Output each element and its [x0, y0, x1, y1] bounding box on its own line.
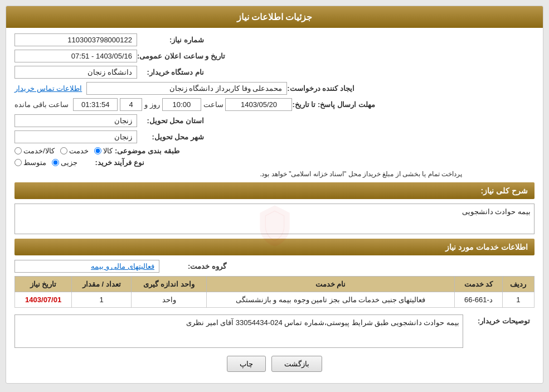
category-row: طبقه بندی موضوعی: کالا/خدمت خدمت کالا	[14, 147, 535, 155]
creator-label: ایجاد کننده درخواست:	[287, 84, 354, 93]
col-unit: واحد اندازه گیری	[132, 277, 207, 292]
table-cell: 1403/07/01	[15, 292, 72, 308]
contact-link[interactable]: اطلاعات تماس خریدار	[14, 84, 82, 93]
announcement-row: تاریخ و ساعت اعلان عمومی: 1403/05/16 - 0…	[14, 50, 535, 62]
category-kala-option[interactable]: کالا	[94, 147, 113, 155]
services-section-header: اطلاعات خدمات مورد نیاز	[14, 239, 535, 255]
category-radio-group: کالا/خدمت خدمت کالا	[14, 147, 113, 155]
category-khedmat-option[interactable]: خدمت	[60, 147, 89, 155]
time-group: ساعت 10:00 روز و 4 01:31:54 ساعت باقی ما…	[14, 98, 224, 111]
category-khedmat-radio[interactable]	[60, 147, 67, 154]
table-cell: فعالیتهای جنبی خدمات مالی بجز تامین وجوه…	[206, 292, 454, 308]
services-table-header-row: ردیف کد خدمت نام خدمت واحد اندازه گیری ت…	[15, 277, 535, 292]
services-table-body: 1د-661-66فعالیتهای جنبی خدمات مالی بجز ت…	[15, 292, 535, 308]
process-mottavaset-label: متوسط	[23, 158, 46, 167]
city-row: شهر محل تحویل: زنجان	[14, 130, 535, 143]
need-number-label: شماره نیاز:	[137, 36, 204, 44]
deadline-date: 1403/05/20	[225, 98, 292, 111]
announcement-value: 1403/05/16 - 07:51	[14, 50, 137, 62]
deadline-days-label: روز و	[144, 100, 160, 109]
process-jozi-label: جزیی	[61, 158, 77, 167]
col-date: تاریخ نیاز	[15, 277, 72, 292]
description-value: بیمه حوادث دانشجویی	[14, 204, 535, 234]
process-jozi-radio[interactable]	[52, 159, 59, 166]
card-body: شماره نیاز: 1103003798000122 تاریخ و ساع…	[6, 28, 543, 383]
remaining-label: ساعت باقی مانده	[14, 100, 69, 109]
category-kala-khedmat-label: کالا/خدمت	[23, 147, 55, 155]
process-radio-group: متوسط جزیی	[14, 158, 77, 167]
buyer-org-row: نام دستگاه خریدار: دانشگاه زنجان	[14, 66, 535, 79]
col-service-code: کد خدمت	[455, 277, 502, 292]
col-quantity: تعداد / مقدار	[72, 277, 132, 292]
deadline-time: 10:00	[162, 98, 201, 111]
back-button[interactable]: بازگشت	[271, 356, 322, 372]
page-title: جزئیات اطلاعات نیاز	[6, 6, 543, 28]
creator-value: محمدعلی وفا کاربرداز دانشگاه زنجان	[86, 82, 287, 95]
need-number-value: 1103003798000122	[14, 33, 137, 46]
process-mottavaset-option[interactable]: متوسط	[14, 158, 46, 167]
service-group-label: گروه خدمت:	[159, 262, 226, 270]
buyer-notes-label: توصیحات خریدار:	[463, 314, 530, 325]
process-row: نوع فرآیند خرید: متوسط جزیی	[14, 158, 535, 167]
category-kala-radio[interactable]	[94, 147, 101, 154]
category-label: طبقه بندی موضوعی:	[113, 147, 179, 155]
services-table-header: ردیف کد خدمت نام خدمت واحد اندازه گیری ت…	[15, 277, 535, 292]
buyer-notes-value: بیمه حوادث دانشجویی طبق شرایط پیوستی،شما…	[14, 314, 463, 348]
deadline-label: مهلت ارسال پاسخ: تا تاریخ:	[292, 100, 375, 109]
category-khedmat-label: خدمت	[69, 147, 89, 155]
buttons-row: بازگشت چاپ	[14, 356, 535, 372]
buyer-org-value: دانشگاه زنجان	[14, 66, 137, 79]
description-area: بیمه حوادث دانشجویی	[14, 204, 535, 234]
remaining-time: 01:31:54	[73, 98, 118, 111]
description-section-header: شرح کلی نیاز:	[14, 182, 535, 199]
col-row-num: ردیف	[502, 277, 534, 292]
table-cell: 1	[502, 292, 534, 308]
page-wrapper: جزئیات اطلاعات نیاز شماره نیاز: 11030037…	[0, 0, 549, 392]
announcement-label: تاریخ و ساعت اعلان عمومی:	[137, 52, 225, 60]
category-kala-khedmat-option[interactable]: کالا/خدمت	[14, 147, 55, 155]
creator-row: ایجاد کننده درخواست: محمدعلی وفا کاربردا…	[14, 82, 535, 95]
category-kala-label: کالا	[103, 147, 113, 155]
table-row: 1د-661-66فعالیتهای جنبی خدمات مالی بجز ت…	[15, 292, 535, 308]
table-cell: 1	[72, 292, 132, 308]
service-group-value[interactable]: فعالیتهای مالی و بیمه	[14, 260, 159, 273]
buyer-org-label: نام دستگاه خریدار:	[137, 68, 204, 76]
process-notice: پرداخت تمام یا بخشی از مبلغ خریداز محل "…	[14, 170, 535, 178]
province-row: استان محل تحویل: زنجان	[14, 114, 535, 127]
deadline-row: مهلت ارسال پاسخ: تا تاریخ: 1403/05/20 سا…	[14, 98, 535, 111]
process-label: نوع فرآیند خرید:	[77, 158, 144, 167]
process-mottavaset-radio[interactable]	[14, 159, 22, 166]
city-value: زنجان	[14, 130, 137, 143]
deadline-days: 4	[120, 98, 142, 111]
province-label: استان محل تحویل:	[137, 117, 204, 125]
services-section-label: اطلاعات خدمات مورد نیاز	[445, 243, 528, 251]
buyer-notes-row: توصیحات خریدار: بیمه حوادث دانشجویی طبق …	[14, 314, 535, 348]
service-group-row: گروه خدمت: فعالیتهای مالی و بیمه	[14, 260, 535, 273]
category-kala-khedmat-radio[interactable]	[14, 147, 22, 154]
services-table: ردیف کد خدمت نام خدمت واحد اندازه گیری ت…	[14, 276, 535, 308]
table-cell: واحد	[132, 292, 207, 308]
col-service-name: نام خدمت	[206, 277, 454, 292]
main-card: جزئیات اطلاعات نیاز شماره نیاز: 11030037…	[6, 6, 543, 384]
province-value: زنجان	[14, 114, 137, 127]
city-label: شهر محل تحویل:	[137, 133, 204, 141]
process-jozi-option[interactable]: جزیی	[52, 158, 77, 167]
description-section-label: شرح کلی نیاز:	[481, 186, 528, 195]
print-button[interactable]: چاپ	[227, 356, 266, 372]
deadline-time-label: ساعت	[203, 100, 224, 109]
need-number-row: شماره نیاز: 1103003798000122	[14, 33, 535, 46]
table-cell: د-661-66	[455, 292, 502, 308]
